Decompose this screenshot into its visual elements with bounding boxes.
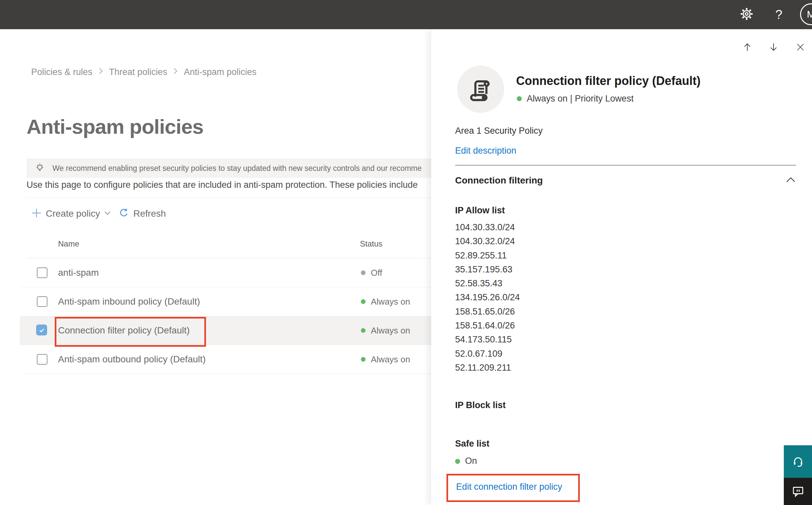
arrow-down-icon <box>768 42 779 52</box>
refresh-label: Refresh <box>133 208 166 219</box>
next-item-button[interactable] <box>768 41 780 53</box>
feedback-button[interactable] <box>784 478 812 505</box>
headset-icon <box>791 455 805 469</box>
ip-entry: 52.0.67.109 <box>455 347 520 361</box>
lightbulb-icon <box>34 162 46 174</box>
breadcrumb-anti-spam-policies[interactable]: Anti-spam policies <box>184 67 256 77</box>
row-checkbox[interactable] <box>37 268 47 278</box>
ip-entry: 158.51.64.0/26 <box>455 319 520 332</box>
ip-entry: 35.157.195.63 <box>455 263 520 277</box>
edit-description-link[interactable]: Edit description <box>455 146 517 156</box>
safe-list-title: Safe list <box>455 439 489 449</box>
table-row[interactable]: Anti-spam outbound policy (Default) Alwa… <box>20 345 431 374</box>
status-dot-on <box>517 96 522 101</box>
ip-entry: 52.58.35.43 <box>455 277 520 290</box>
policy-description: Area 1 Security Policy <box>455 126 543 136</box>
ip-allow-list: 104.30.33.0/24 104.30.32.0/24 52.89.255.… <box>455 220 520 375</box>
previous-item-button[interactable] <box>741 41 753 53</box>
scroll-policy-icon <box>468 76 493 102</box>
row-checkbox[interactable] <box>37 354 47 365</box>
breadcrumb: Policies & rules Threat policies Anti-sp… <box>31 67 256 77</box>
ip-entry: 104.30.33.0/24 <box>455 220 520 234</box>
page-title: Anti-spam policies <box>26 115 203 138</box>
status-dot-on <box>361 299 366 304</box>
ip-entry: 104.30.32.0/24 <box>455 234 520 248</box>
section-divider <box>455 165 796 166</box>
chevron-up-icon <box>786 177 796 183</box>
ip-entry: 52.11.209.211 <box>455 361 520 375</box>
status-dot-on <box>361 357 366 362</box>
policy-name: anti-spam <box>58 268 99 278</box>
policy-details-flyout: Connection filter policy (Default) Alway… <box>431 29 812 505</box>
main-content: Policies & rules Threat policies Anti-sp… <box>0 29 431 505</box>
avatar-initial: M <box>807 9 812 20</box>
arrow-up-icon <box>742 42 753 52</box>
app-top-bar: ? M <box>0 0 812 29</box>
ip-block-list-title: IP Block list <box>455 400 506 410</box>
table-row-selected[interactable]: Connection filter policy (Default) Alway… <box>20 316 431 345</box>
policy-status: Always on <box>371 297 410 307</box>
edit-connection-filter-policy-link[interactable]: Edit connection filter policy <box>456 482 562 492</box>
page-description: Use this page to configure policies that… <box>26 180 431 190</box>
status-dot-on <box>455 459 460 464</box>
breadcrumb-policies-rules[interactable]: Policies & rules <box>31 67 92 77</box>
toolbar-divider <box>26 198 431 198</box>
plus-icon <box>31 208 42 220</box>
support-button[interactable] <box>784 445 812 478</box>
chevron-right-icon <box>173 67 178 77</box>
policy-name: Connection filter policy (Default) <box>58 325 190 336</box>
create-policy-label: Create policy <box>46 208 100 219</box>
chat-feedback-icon <box>791 484 805 498</box>
collapse-section-button[interactable] <box>786 177 796 184</box>
status-dot-on <box>361 328 366 333</box>
policy-name: Anti-spam inbound policy (Default) <box>58 296 200 307</box>
flyout-status-line: Always on | Priority Lowest <box>527 94 634 104</box>
checkmark-icon <box>38 327 45 333</box>
policy-status: Off <box>371 268 382 278</box>
policy-status: Always on <box>371 354 410 365</box>
close-flyout-button[interactable] <box>794 41 806 53</box>
section-title-connection-filtering[interactable]: Connection filtering <box>455 175 543 186</box>
help-icon: ? <box>775 8 782 22</box>
account-avatar[interactable]: M <box>800 3 812 25</box>
recommendation-banner: We recommend enabling preset security po… <box>26 159 431 178</box>
ip-allow-list-title: IP Allow list <box>455 205 505 216</box>
row-checkbox[interactable] <box>37 296 47 307</box>
ip-entry: 158.51.65.0/26 <box>455 305 520 319</box>
settings-button[interactable] <box>738 6 755 23</box>
flyout-title: Connection filter policy (Default) <box>516 74 700 88</box>
breadcrumb-threat-policies[interactable]: Threat policies <box>109 67 168 77</box>
refresh-button[interactable]: Refresh <box>118 207 166 220</box>
table-row[interactable]: Anti-spam inbound policy (Default) Alway… <box>20 287 431 316</box>
ip-entry: 134.195.26.0/24 <box>455 290 520 304</box>
safe-list-status: On <box>465 456 477 466</box>
gear-icon <box>739 7 754 23</box>
column-header-name[interactable]: Name <box>58 239 79 248</box>
policy-name: Anti-spam outbound policy (Default) <box>58 354 206 365</box>
chevron-down-icon <box>104 210 111 217</box>
ip-entry: 54.173.50.115 <box>455 332 520 346</box>
policy-icon-circle <box>457 66 504 113</box>
table-row[interactable]: anti-spam Off <box>20 258 431 287</box>
refresh-icon <box>118 207 129 220</box>
banner-text: We recommend enabling preset security po… <box>52 164 422 173</box>
chevron-right-icon <box>98 67 103 77</box>
row-checkbox-checked[interactable] <box>36 325 47 335</box>
ip-entry: 52.89.255.11 <box>455 248 520 263</box>
close-icon <box>796 42 805 52</box>
status-dot-off <box>361 271 366 275</box>
column-header-status[interactable]: Status <box>360 239 382 248</box>
help-button[interactable]: ? <box>770 6 787 23</box>
create-policy-button[interactable]: Create policy <box>31 207 111 220</box>
policy-status: Always on <box>371 326 410 336</box>
